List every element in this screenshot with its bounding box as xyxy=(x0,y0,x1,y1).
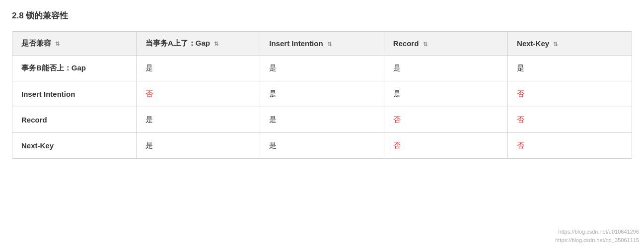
col-header-insert-intention[interactable]: Insert Intention ⇅ xyxy=(260,32,384,56)
cell-value: 是 xyxy=(260,107,384,133)
row-label: 事务B能否上：Gap xyxy=(12,56,136,81)
col-header-gap[interactable]: 当事务A上了：Gap ⇅ xyxy=(136,32,260,56)
cell-value: 是 xyxy=(260,81,384,107)
col-header-record[interactable]: Record ⇅ xyxy=(384,32,507,56)
row-label: Record xyxy=(12,107,136,133)
page-title: 2.8 锁的兼容性 xyxy=(12,10,632,21)
cell-value: 是 xyxy=(384,81,507,107)
cell-value: 否 xyxy=(384,107,507,133)
cell-value: 是 xyxy=(384,56,507,81)
sort-icon-4: ⇅ xyxy=(553,42,558,47)
cell-value: 是 xyxy=(508,56,632,81)
col-header-compatibility[interactable]: 是否兼容 ⇅ xyxy=(12,32,136,56)
table-row: Record是是否否 xyxy=(12,107,632,133)
cell-value: 是 xyxy=(136,107,260,133)
row-label: Next-Key xyxy=(12,133,136,159)
sort-icon-2: ⇅ xyxy=(327,42,332,47)
cell-value: 否 xyxy=(136,81,260,107)
sort-icon-0: ⇅ xyxy=(55,41,60,47)
cell-value: 否 xyxy=(508,133,632,159)
col-header-next-key[interactable]: Next-Key ⇅ xyxy=(508,32,632,56)
compatibility-table: 是否兼容 ⇅ 当事务A上了：Gap ⇅ Insert Intention ⇅ R… xyxy=(12,31,632,159)
cell-value: 是 xyxy=(136,56,260,81)
cell-value: 是 xyxy=(260,56,384,81)
cell-value: 否 xyxy=(384,133,507,159)
cell-value: 否 xyxy=(508,81,632,107)
cell-value: 否 xyxy=(508,107,632,133)
table-header-row: 是否兼容 ⇅ 当事务A上了：Gap ⇅ Insert Intention ⇅ R… xyxy=(12,32,632,56)
table-row: Insert Intention否是是否 xyxy=(12,81,632,107)
sort-icon-1: ⇅ xyxy=(214,41,218,47)
row-label: Insert Intention xyxy=(12,81,136,107)
cell-value: 是 xyxy=(260,133,384,159)
cell-value: 是 xyxy=(136,133,260,159)
table-row: 事务B能否上：Gap是是是是 xyxy=(12,56,632,81)
sort-icon-3: ⇅ xyxy=(423,42,428,47)
table-row: Next-Key是是否否 xyxy=(12,133,632,159)
